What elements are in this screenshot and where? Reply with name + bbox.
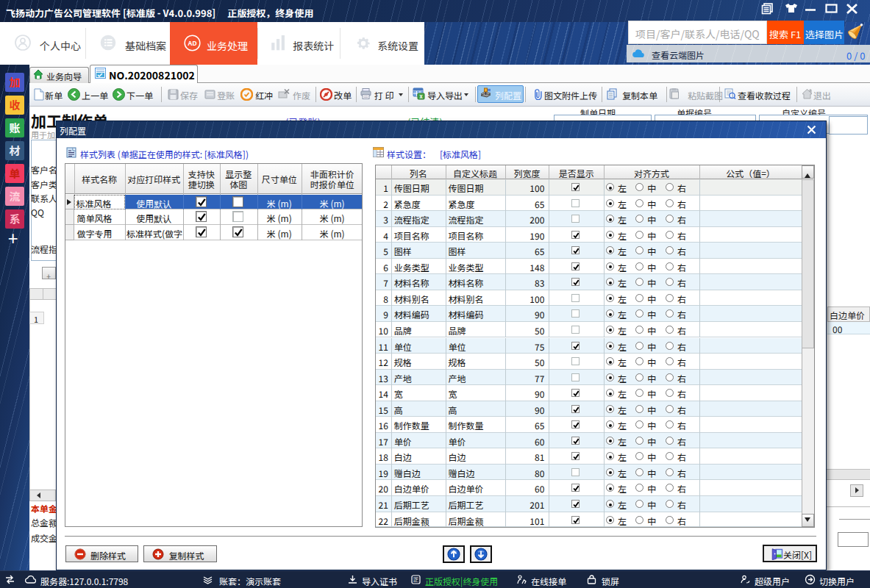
svg-text:AD: AD [187, 38, 196, 48]
svg-text:X: X [419, 93, 422, 100]
svg-text:正: 正 [413, 576, 419, 584]
